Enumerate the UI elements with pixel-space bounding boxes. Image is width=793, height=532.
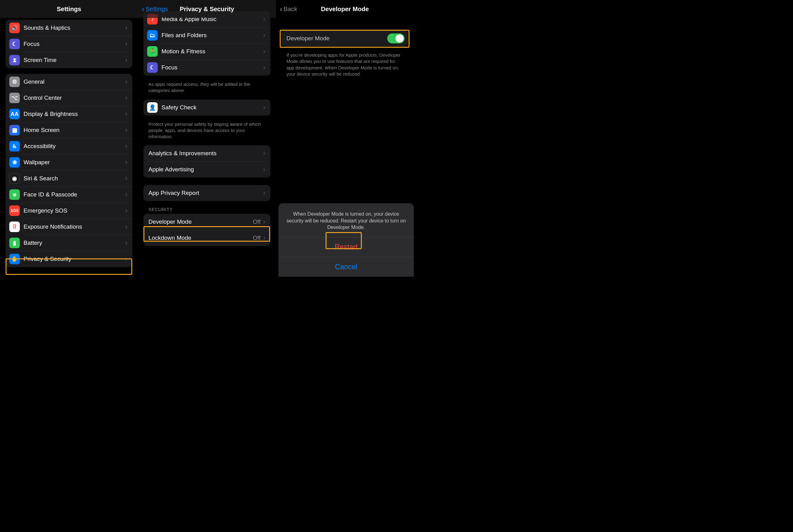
- screentime-icon: ⧗: [9, 55, 20, 65]
- focus2-icon: ☾: [147, 62, 158, 73]
- devmode-toggle-group: Developer Mode: [282, 30, 408, 46]
- restart-action-sheet: When Developer Mode is turned on, your d…: [278, 203, 414, 277]
- chevron-right-icon: ›: [263, 48, 265, 55]
- developer-mode-toggle-row[interactable]: Developer Mode: [282, 30, 408, 46]
- chevron-right-icon: ›: [125, 191, 127, 198]
- security-row-lockdown-mode[interactable]: Lockdown Mode Off›: [143, 230, 270, 246]
- restart-label: Restart: [334, 243, 357, 251]
- back-to-settings[interactable]: ‹ Settings: [141, 4, 168, 14]
- settings-group-general: ⚙ General › ⌥ Control Center › AA Displa…: [5, 74, 132, 267]
- settings-pane: Settings 🔊 Sounds & Haptics › ☾ Focus › …: [0, 0, 138, 277]
- row-label: Apple Advertising: [148, 166, 263, 173]
- settings-row-privacy-security[interactable]: ✋ Privacy & Security ›: [5, 251, 132, 267]
- controlcenter-icon: ⌥: [9, 93, 20, 103]
- motion-icon: 🏃: [147, 46, 158, 57]
- cancel-label: Cancel: [335, 263, 357, 271]
- chevron-right-icon: ›: [125, 110, 127, 118]
- sounds-icon: 🔊: [9, 23, 20, 33]
- row-label: Privacy & Security: [23, 255, 125, 262]
- nav-title: Settings: [57, 5, 81, 13]
- privacy-row-apple-advertising[interactable]: Apple Advertising ›: [143, 162, 270, 177]
- chevron-right-icon: ›: [263, 189, 265, 197]
- chevron-right-icon: ›: [125, 239, 127, 247]
- safety-icon: 👤: [147, 102, 158, 113]
- homescreen-icon: ▦: [9, 125, 20, 135]
- safety-check-row[interactable]: 👤 Safety Check ›: [143, 99, 270, 116]
- privacy-row-motion-fitness[interactable]: 🏃 Motion & Fitness ›: [143, 43, 270, 59]
- privacy-row-analytics-improvements[interactable]: Analytics & Improvements ›: [143, 145, 270, 162]
- row-label: Wallpaper: [23, 159, 125, 166]
- chevron-right-icon: ›: [125, 158, 127, 166]
- row-label: Safety Check: [161, 104, 263, 111]
- nav-bar-privacy: ‹ Settings Privacy & Security: [138, 0, 276, 18]
- chevron-right-icon: ›: [125, 255, 127, 263]
- settings-row-exposure-notifications[interactable]: ⠿ Exposure Notifications ›: [5, 219, 132, 235]
- devmode-footer-text: If you're developing apps for Apple prod…: [287, 52, 403, 77]
- row-label: Lockdown Mode: [148, 234, 253, 241]
- settings-row-home-screen[interactable]: ▦ Home Screen ›: [5, 122, 132, 138]
- focus-icon: ☾: [9, 39, 20, 49]
- row-label: Motion & Fitness: [161, 48, 263, 55]
- privacy-row-files-and-folders[interactable]: 🗂 Files and Folders ›: [143, 27, 270, 43]
- privacy-security-pane: ‹ Settings Privacy & Security ♪ Media & …: [138, 0, 276, 277]
- chevron-right-icon: ›: [263, 234, 265, 242]
- settings-row-focus[interactable]: ☾ Focus ›: [5, 36, 132, 52]
- row-label: Battery: [23, 240, 125, 246]
- display-icon: AA: [9, 109, 20, 119]
- restart-button[interactable]: Restart: [278, 237, 414, 257]
- settings-row-screen-time[interactable]: ⧗ Screen Time ›: [5, 52, 132, 68]
- privacy-report-group: App Privacy Report ›: [143, 185, 270, 201]
- settings-row-control-center[interactable]: ⌥ Control Center ›: [5, 90, 132, 106]
- battery-icon: ▮: [9, 238, 20, 248]
- back-label: Back: [284, 5, 297, 13]
- privacy-row-focus[interactable]: ☾ Focus ›: [143, 59, 270, 76]
- nav-bar-devmode: ‹ Back Developer Mode: [276, 0, 414, 18]
- security-row-developer-mode[interactable]: Developer Mode Off›: [143, 214, 270, 230]
- row-label: Accessibility: [23, 143, 125, 150]
- developer-mode-pane: ‹ Back Developer Mode Developer Mode If …: [276, 0, 414, 277]
- chevron-right-icon: ›: [125, 142, 127, 150]
- chevron-right-icon: ›: [125, 24, 127, 32]
- safety-check-group: 👤 Safety Check ›: [143, 99, 270, 116]
- chevron-right-icon: ›: [125, 174, 127, 183]
- general-icon: ⚙: [9, 77, 20, 87]
- row-label: Emergency SOS: [23, 207, 125, 214]
- chevron-left-icon: ‹: [141, 4, 144, 14]
- files-icon: 🗂: [147, 30, 158, 41]
- settings-row-siri-search[interactable]: ◉ Siri & Search ›: [5, 170, 132, 187]
- settings-row-face-id-passcode[interactable]: ⌾ Face ID & Passcode ›: [5, 187, 132, 203]
- row-label: Analytics & Improvements: [148, 150, 263, 157]
- app-privacy-report-row[interactable]: App Privacy Report ›: [143, 185, 270, 201]
- settings-row-emergency-sos[interactable]: SOS Emergency SOS ›: [5, 203, 132, 219]
- row-label: Developer Mode: [287, 35, 387, 42]
- settings-row-sounds-haptics[interactable]: 🔊 Sounds & Haptics ›: [5, 20, 132, 36]
- safety-footer-text: Protect your personal safety by staying …: [148, 121, 265, 140]
- settings-row-display-brightness[interactable]: AA Display & Brightness ›: [5, 106, 132, 122]
- chevron-right-icon: ›: [125, 56, 127, 64]
- row-label: Screen Time: [23, 57, 125, 63]
- chevron-right-icon: ›: [125, 40, 127, 48]
- chevron-right-icon: ›: [263, 63, 265, 72]
- settings-row-wallpaper[interactable]: ❀ Wallpaper ›: [5, 154, 132, 170]
- sos-icon: SOS: [9, 205, 20, 216]
- analytics-group: Analytics & Improvements › Apple Adverti…: [143, 145, 270, 177]
- back-button[interactable]: ‹ Back: [280, 4, 297, 14]
- chevron-right-icon: ›: [263, 149, 265, 157]
- settings-row-battery[interactable]: ▮ Battery ›: [5, 235, 132, 251]
- cancel-button[interactable]: Cancel: [278, 257, 414, 277]
- faceid-icon: ⌾: [9, 189, 20, 200]
- row-label: Focus: [161, 64, 263, 71]
- apps-access-group: ♪ Media & Apple Music › 🗂 Files and Fold…: [143, 11, 270, 76]
- settings-row-general[interactable]: ⚙ General ›: [5, 74, 132, 90]
- settings-row-accessibility[interactable]: ♿︎ Accessibility ›: [5, 138, 132, 154]
- chevron-right-icon: ›: [125, 126, 127, 134]
- row-label: Display & Brightness: [23, 111, 125, 117]
- nav-bar-settings: Settings: [0, 0, 138, 18]
- back-label: Settings: [146, 5, 168, 13]
- settings-group-time: 🔊 Sounds & Haptics › ☾ Focus › ⧗ Screen …: [5, 20, 132, 68]
- developer-mode-toggle[interactable]: [387, 34, 405, 43]
- chevron-left-icon: ‹: [280, 4, 283, 14]
- wallpaper-icon: ❀: [9, 157, 20, 168]
- row-label: Sounds & Haptics: [23, 24, 125, 31]
- row-label: Focus: [23, 41, 125, 48]
